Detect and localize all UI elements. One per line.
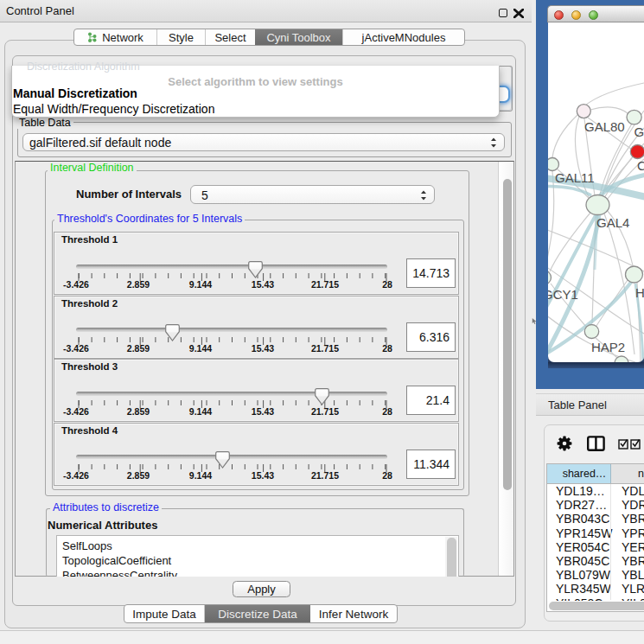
svg-text:GAL80: GAL80	[584, 119, 625, 134]
svg-text:GCY1: GCY1	[548, 287, 578, 302]
svg-text:HIS4: HIS4	[635, 285, 644, 300]
svg-text:GAL7: GAL7	[634, 124, 644, 139]
svg-text:GAL4: GAL4	[596, 215, 629, 230]
svg-text:HAP2: HAP2	[591, 340, 625, 354]
svg-text:GAL11: GAL11	[555, 170, 595, 185]
svg-text:CYC8: CYC8	[637, 158, 644, 173]
